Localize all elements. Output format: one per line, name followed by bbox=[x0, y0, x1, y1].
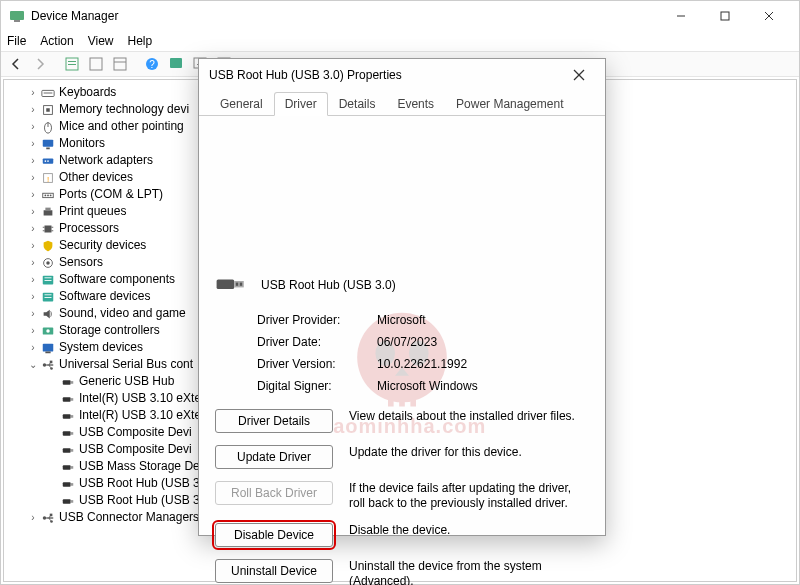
minimize-button[interactable] bbox=[659, 1, 703, 31]
tree-node-label: Mice and other pointing bbox=[59, 118, 184, 135]
tab-details[interactable]: Details bbox=[328, 92, 387, 115]
tool-icon[interactable] bbox=[109, 54, 131, 74]
tool-icon[interactable] bbox=[61, 54, 83, 74]
chevron-right-icon[interactable]: › bbox=[26, 186, 40, 203]
menu-help[interactable]: Help bbox=[128, 34, 153, 48]
forward-button[interactable] bbox=[29, 54, 51, 74]
svg-point-34 bbox=[47, 194, 49, 196]
dialog-body: Daominhha.com USB Root Hub (USB 3.0) Dri… bbox=[199, 116, 605, 585]
svg-rect-90 bbox=[410, 392, 416, 406]
update-driver-desc: Update the driver for this device. bbox=[349, 445, 589, 460]
tree-node-label: Print queues bbox=[59, 203, 126, 220]
tree-node-label: Ports (COM & LPT) bbox=[59, 186, 163, 203]
tree-node-label: USB Root Hub (USB 3. bbox=[79, 475, 203, 492]
keyboard-icon bbox=[40, 86, 56, 100]
chevron-right-icon[interactable]: › bbox=[26, 271, 40, 288]
menu-view[interactable]: View bbox=[88, 34, 114, 48]
uninstall-device-button[interactable]: Uninstall Device bbox=[215, 559, 333, 583]
tree-node-label: Monitors bbox=[59, 135, 105, 152]
cpu-icon bbox=[40, 222, 56, 236]
tree-node-label: System devices bbox=[59, 339, 143, 356]
tab-events[interactable]: Events bbox=[386, 92, 445, 115]
svg-point-35 bbox=[50, 194, 52, 196]
back-button[interactable] bbox=[5, 54, 27, 74]
svg-point-44 bbox=[46, 261, 50, 265]
svg-point-29 bbox=[47, 160, 49, 162]
update-driver-button[interactable]: Update Driver bbox=[215, 445, 333, 469]
titlebar: Device Manager bbox=[1, 1, 799, 31]
sensor-icon bbox=[40, 256, 56, 270]
chevron-right-icon[interactable]: › bbox=[26, 101, 40, 118]
usb-dev-icon bbox=[60, 494, 76, 508]
close-button[interactable] bbox=[747, 1, 791, 31]
value-signer: Microsoft Windows bbox=[377, 379, 589, 393]
svg-rect-67 bbox=[63, 431, 71, 435]
svg-rect-37 bbox=[45, 207, 50, 210]
tool-icon[interactable] bbox=[85, 54, 107, 74]
security-icon bbox=[40, 239, 56, 253]
tree-node-label: USB Composite Devi bbox=[79, 424, 192, 441]
chevron-right-icon[interactable]: › bbox=[26, 339, 40, 356]
usb-dev-icon bbox=[60, 409, 76, 423]
chevron-right-icon[interactable]: › bbox=[26, 220, 40, 237]
svg-rect-74 bbox=[71, 483, 74, 486]
chevron-right-icon[interactable]: › bbox=[26, 305, 40, 322]
tree-node-label: Other devices bbox=[59, 169, 133, 186]
usb-icon bbox=[40, 511, 56, 525]
disable-device-desc: Disable the device. bbox=[349, 523, 589, 538]
tree-node-label: Software devices bbox=[59, 288, 150, 305]
chevron-right-icon[interactable]: › bbox=[26, 84, 40, 101]
tab-general[interactable]: General bbox=[209, 92, 274, 115]
svg-rect-49 bbox=[45, 294, 52, 295]
menu-file[interactable]: File bbox=[7, 34, 26, 48]
tree-node-label: USB Root Hub (USB 3.0) bbox=[79, 492, 214, 509]
svg-rect-68 bbox=[71, 432, 74, 435]
menu-action[interactable]: Action bbox=[40, 34, 73, 48]
chevron-right-icon[interactable]: › bbox=[26, 203, 40, 220]
help-icon[interactable]: ? bbox=[141, 54, 163, 74]
usb-dev-icon bbox=[60, 375, 76, 389]
uninstall-device-desc: Uninstall the device from the system (Ad… bbox=[349, 559, 589, 585]
tool-icon[interactable] bbox=[165, 54, 187, 74]
roll-back-driver-desc: If the device fails after updating the d… bbox=[349, 481, 589, 511]
device-header: USB Root Hub (USB 3.0) bbox=[215, 273, 589, 297]
tree-node-label: Software components bbox=[59, 271, 175, 288]
chevron-right-icon[interactable]: › bbox=[26, 237, 40, 254]
chevron-right-icon[interactable]: › bbox=[26, 169, 40, 186]
svg-point-33 bbox=[45, 194, 47, 196]
tree-node-label: Storage controllers bbox=[59, 322, 160, 339]
driver-details-button[interactable]: Driver Details bbox=[215, 409, 333, 433]
value-version: 10.0.22621.1992 bbox=[377, 357, 589, 371]
chevron-right-icon[interactable]: › bbox=[26, 322, 40, 339]
svg-text:?: ? bbox=[149, 59, 155, 70]
software-icon bbox=[40, 273, 56, 287]
svg-rect-66 bbox=[71, 415, 74, 418]
chevron-right-icon[interactable]: › bbox=[26, 135, 40, 152]
mouse-icon bbox=[40, 120, 56, 134]
chevron-right-icon[interactable]: › bbox=[26, 118, 40, 135]
dialog-close-button[interactable] bbox=[563, 59, 595, 91]
svg-rect-50 bbox=[45, 297, 52, 298]
svg-rect-63 bbox=[63, 397, 71, 401]
tree-node-label: Processors bbox=[59, 220, 119, 237]
chevron-right-icon[interactable]: › bbox=[26, 288, 40, 305]
tree-node-label: Sensors bbox=[59, 254, 103, 271]
chevron-right-icon[interactable]: › bbox=[26, 152, 40, 169]
svg-rect-9 bbox=[90, 58, 102, 70]
svg-rect-70 bbox=[71, 449, 74, 452]
label-date: Driver Date: bbox=[257, 335, 377, 349]
tab-driver[interactable]: Driver bbox=[274, 92, 328, 116]
chevron-right-icon[interactable]: › bbox=[26, 254, 40, 271]
disable-device-button[interactable]: Disable Device bbox=[215, 523, 333, 547]
chevron-down-icon[interactable]: ⌄ bbox=[26, 356, 40, 373]
menubar: File Action View Help bbox=[1, 31, 799, 51]
maximize-button[interactable] bbox=[703, 1, 747, 31]
svg-rect-14 bbox=[170, 58, 182, 68]
usb-dev-icon bbox=[60, 392, 76, 406]
svg-point-28 bbox=[45, 160, 47, 162]
tab-power-management[interactable]: Power Management bbox=[445, 92, 574, 115]
dialog-title: USB Root Hub (USB 3.0) Properties bbox=[209, 68, 563, 82]
storage-icon bbox=[40, 324, 56, 338]
svg-rect-89 bbox=[399, 392, 405, 406]
chevron-right-icon[interactable]: › bbox=[26, 509, 40, 526]
